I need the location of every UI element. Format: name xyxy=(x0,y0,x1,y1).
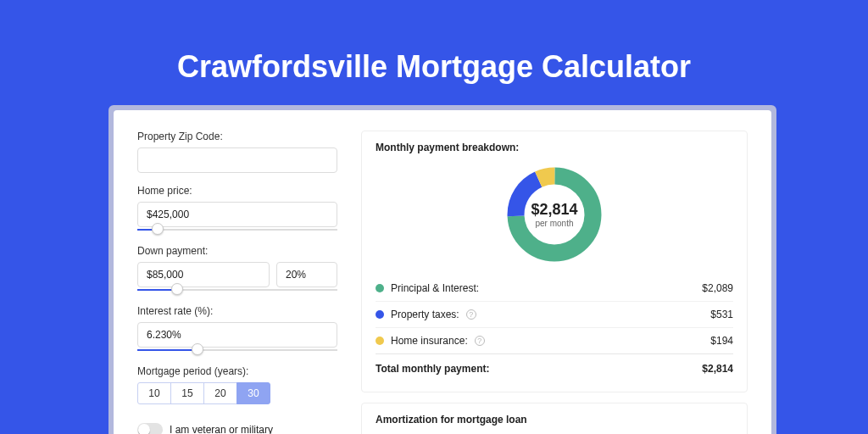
veteran-row: I am veteran or military xyxy=(137,423,337,434)
home-price-input[interactable] xyxy=(137,202,337,227)
period-button-20[interactable]: 20 xyxy=(203,382,237,404)
amortization-panel: Amortization for mortgage loan Amortizat… xyxy=(361,403,748,434)
total-row: Total monthly payment: $2,814 xyxy=(376,353,733,381)
period-row: Mortgage period (years): 10152030 xyxy=(137,365,337,404)
zip-row: Property Zip Code: xyxy=(137,131,337,173)
interest-input[interactable] xyxy=(137,322,337,348)
period-buttons: 10152030 xyxy=(137,382,337,404)
breakdown-row: Home insurance:?$194 xyxy=(376,327,733,353)
total-value: $2,814 xyxy=(702,363,733,375)
down-payment-label: Down payment: xyxy=(137,245,337,257)
page-title: Crawfordsville Mortgage Calculator xyxy=(0,0,868,85)
results-column: Monthly payment breakdown: $2,814 per mo… xyxy=(361,131,748,434)
breakdown-item-value: $194 xyxy=(710,335,733,347)
period-button-15[interactable]: 15 xyxy=(170,382,204,404)
down-payment-slider[interactable] xyxy=(137,287,337,293)
veteran-toggle[interactable] xyxy=(137,423,163,434)
donut-center: $2,814 per month xyxy=(504,164,605,265)
home-price-label: Home price: xyxy=(137,185,337,197)
donut-chart-wrap: $2,814 per month xyxy=(376,160,733,275)
donut-amount: $2,814 xyxy=(531,201,577,219)
legend-dot xyxy=(376,284,384,292)
down-payment-slider-thumb[interactable] xyxy=(171,283,183,295)
breakdown-item-label: Property taxes: xyxy=(391,309,459,320)
calculator-card: Property Zip Code: Home price: Down paym… xyxy=(114,110,771,434)
breakdown-panel: Monthly payment breakdown: $2,814 per mo… xyxy=(361,131,748,392)
inputs-column: Property Zip Code: Home price: Down paym… xyxy=(137,131,337,434)
home-price-slider-thumb[interactable] xyxy=(152,223,164,235)
breakdown-item-value: $2,089 xyxy=(702,282,733,294)
breakdown-row: Principal & Interest:$2,089 xyxy=(376,275,733,301)
legend-dot xyxy=(376,310,384,319)
info-icon[interactable]: ? xyxy=(475,336,485,346)
down-payment-amount-input[interactable] xyxy=(137,262,270,287)
period-label: Mortgage period (years): xyxy=(137,365,337,377)
down-payment-row: Down payment: xyxy=(137,245,337,293)
breakdown-item-value: $531 xyxy=(710,309,733,320)
donut-chart: $2,814 per month xyxy=(504,164,605,265)
zip-label: Property Zip Code: xyxy=(137,131,337,142)
interest-slider[interactable] xyxy=(137,347,337,353)
interest-label: Interest rate (%): xyxy=(137,305,337,317)
down-payment-percent-input[interactable] xyxy=(276,262,337,287)
home-price-slider[interactable] xyxy=(137,226,337,233)
interest-slider-thumb[interactable] xyxy=(192,343,203,355)
zip-input[interactable] xyxy=(137,147,337,173)
home-price-row: Home price: xyxy=(137,185,337,233)
period-button-10[interactable]: 10 xyxy=(137,382,171,404)
breakdown-item-label: Principal & Interest: xyxy=(391,282,479,294)
breakdown-title: Monthly payment breakdown: xyxy=(376,142,733,153)
total-label: Total monthly payment: xyxy=(376,363,489,375)
card-frame: Property Zip Code: Home price: Down paym… xyxy=(108,105,776,434)
info-icon[interactable]: ? xyxy=(466,309,476,320)
donut-sub: per month xyxy=(535,219,573,228)
veteran-label: I am veteran or military xyxy=(170,424,273,434)
legend-dot xyxy=(376,337,384,345)
amortization-title: Amortization for mortgage loan xyxy=(376,414,733,426)
period-button-30[interactable]: 30 xyxy=(236,382,270,404)
breakdown-item-label: Home insurance: xyxy=(391,335,468,347)
interest-row: Interest rate (%): xyxy=(137,305,337,353)
breakdown-row: Property taxes:?$531 xyxy=(376,301,733,327)
